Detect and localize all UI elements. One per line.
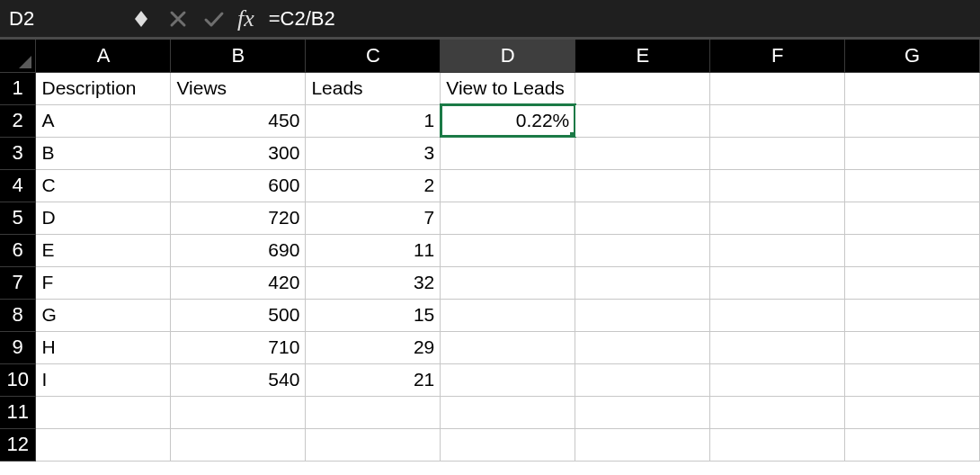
cell-F10[interactable]	[710, 363, 845, 396]
cell-F9[interactable]	[710, 331, 845, 363]
cell-A5[interactable]: D	[36, 202, 171, 234]
cell-E4[interactable]	[575, 169, 710, 202]
cell-E5[interactable]	[575, 202, 710, 234]
cell-G10[interactable]	[845, 363, 980, 396]
cell-C9[interactable]: 29	[306, 331, 441, 363]
row-header-4[interactable]: 4	[0, 169, 36, 202]
cell-G8[interactable]	[845, 299, 980, 331]
row-header-9[interactable]: 9	[0, 331, 36, 363]
column-header-D[interactable]: D	[441, 40, 575, 72]
row-header-12[interactable]: 12	[0, 428, 36, 461]
cell-C8[interactable]: 15	[306, 299, 441, 331]
cell-F8[interactable]	[710, 299, 845, 331]
cell-F2[interactable]	[710, 104, 845, 137]
cell-F12[interactable]	[710, 428, 845, 461]
cell-C1[interactable]: Leads	[306, 72, 441, 104]
cell-G3[interactable]	[845, 137, 980, 169]
cell-A12[interactable]	[36, 428, 171, 461]
row-header-5[interactable]: 5	[0, 202, 36, 234]
cell-B2[interactable]: 450	[171, 104, 306, 137]
cell-E11[interactable]	[575, 396, 710, 428]
cell-A4[interactable]: C	[36, 169, 171, 202]
row-header-6[interactable]: 6	[0, 234, 36, 266]
cell-B3[interactable]: 300	[171, 137, 306, 169]
cell-D4[interactable]	[441, 169, 575, 202]
formula-input[interactable]	[267, 6, 980, 31]
cell-A7[interactable]: F	[36, 266, 171, 299]
cell-G1[interactable]	[845, 72, 980, 104]
cell-B6[interactable]: 690	[171, 234, 306, 266]
cell-G2[interactable]	[845, 104, 980, 137]
cell-C7[interactable]: 32	[306, 266, 441, 299]
cell-B10[interactable]: 540	[171, 363, 306, 396]
cell-G11[interactable]	[845, 396, 980, 428]
cell-B1[interactable]: Views	[171, 72, 306, 104]
cell-A9[interactable]: H	[36, 331, 171, 363]
cell-G9[interactable]	[845, 331, 980, 363]
cell-C3[interactable]: 3	[306, 137, 441, 169]
cell-B5[interactable]: 720	[171, 202, 306, 234]
accept-formula-button[interactable]	[196, 10, 232, 28]
cell-D8[interactable]	[441, 299, 575, 331]
column-header-F[interactable]: F	[710, 40, 845, 72]
cell-B11[interactable]	[171, 396, 306, 428]
cell-C2[interactable]: 1	[306, 104, 441, 137]
cell-D3[interactable]	[441, 137, 575, 169]
column-header-C[interactable]: C	[306, 40, 441, 72]
cell-E1[interactable]	[575, 72, 710, 104]
cell-E8[interactable]	[575, 299, 710, 331]
cell-A6[interactable]: E	[36, 234, 171, 266]
cell-G7[interactable]	[845, 266, 980, 299]
cell-D12[interactable]	[441, 428, 575, 461]
cell-E2[interactable]	[575, 104, 710, 137]
cell-F7[interactable]	[710, 266, 845, 299]
cell-C6[interactable]: 11	[306, 234, 441, 266]
cell-A1[interactable]: Description	[36, 72, 171, 104]
row-header-8[interactable]: 8	[0, 299, 36, 331]
cell-C5[interactable]: 7	[306, 202, 441, 234]
select-all-corner[interactable]	[0, 40, 36, 72]
cell-B7[interactable]: 420	[171, 266, 306, 299]
cell-F1[interactable]	[710, 72, 845, 104]
cell-F3[interactable]	[710, 137, 845, 169]
cell-D10[interactable]	[441, 363, 575, 396]
cell-G5[interactable]	[845, 202, 980, 234]
cell-G4[interactable]	[845, 169, 980, 202]
cell-E6[interactable]	[575, 234, 710, 266]
cell-G6[interactable]	[845, 234, 980, 266]
cell-A8[interactable]: G	[36, 299, 171, 331]
cell-D7[interactable]	[441, 266, 575, 299]
cell-E10[interactable]	[575, 363, 710, 396]
cell-A3[interactable]: B	[36, 137, 171, 169]
fx-label[interactable]: fx	[237, 5, 254, 32]
row-header-2[interactable]: 2	[0, 104, 36, 137]
cell-E12[interactable]	[575, 428, 710, 461]
cell-D6[interactable]	[441, 234, 575, 266]
column-header-E[interactable]: E	[575, 40, 710, 72]
cell-A11[interactable]	[36, 396, 171, 428]
name-box[interactable]: D2	[0, 0, 135, 37]
cell-A2[interactable]: A	[36, 104, 171, 137]
cell-E7[interactable]	[575, 266, 710, 299]
cell-C4[interactable]: 2	[306, 169, 441, 202]
row-header-10[interactable]: 10	[0, 363, 36, 396]
cell-F6[interactable]	[710, 234, 845, 266]
worksheet[interactable]: ABCDEFG1DescriptionViewsLeadsView to Lea…	[0, 40, 980, 475]
column-header-B[interactable]: B	[171, 40, 306, 72]
column-header-G[interactable]: G	[845, 40, 980, 72]
cell-D5[interactable]	[441, 202, 575, 234]
cell-D9[interactable]	[441, 331, 575, 363]
cell-D2[interactable]: 0.22%	[441, 104, 575, 137]
cell-E3[interactable]	[575, 137, 710, 169]
column-header-A[interactable]: A	[36, 40, 171, 72]
row-header-3[interactable]: 3	[0, 137, 36, 169]
cell-F4[interactable]	[710, 169, 845, 202]
cell-A10[interactable]: I	[36, 363, 171, 396]
cancel-formula-button[interactable]	[160, 10, 196, 28]
row-header-11[interactable]: 11	[0, 396, 36, 428]
cell-B9[interactable]: 710	[171, 331, 306, 363]
cell-C12[interactable]	[306, 428, 441, 461]
cell-G12[interactable]	[845, 428, 980, 461]
row-header-1[interactable]: 1	[0, 72, 36, 104]
cell-D1[interactable]: View to Leads	[441, 72, 575, 104]
